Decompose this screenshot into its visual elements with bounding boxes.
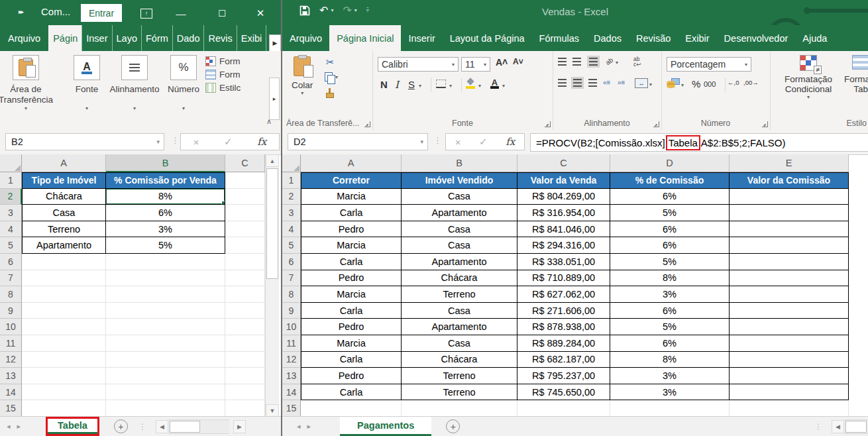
- conditional-formatting-button[interactable]: ≠ Formatação Condicional▾: [785, 55, 832, 100]
- cell-C15[interactable]: [225, 400, 265, 417]
- cell-C15[interactable]: [517, 400, 610, 417]
- row-header-2[interactable]: 2: [0, 189, 22, 205]
- align-top-icon[interactable]: [558, 58, 567, 66]
- cell-C5[interactable]: R$ 294.316,00: [517, 237, 610, 254]
- cell-A9[interactable]: [22, 303, 106, 319]
- ribbon-display-options-button[interactable]: ↑: [136, 5, 156, 21]
- chevron-down-icon[interactable]: ▾: [419, 83, 421, 89]
- cell-E6[interactable]: [730, 254, 849, 270]
- align-right-icon[interactable]: [588, 79, 597, 87]
- cell-E2[interactable]: [730, 189, 849, 205]
- insert-function-icon[interactable]: fx: [257, 136, 266, 148]
- new-sheet-button[interactable]: +: [446, 419, 460, 433]
- customize-quick-access-icon[interactable]: ▿̄: [366, 7, 369, 13]
- menu-tab-arquivo[interactable]: Arquivo: [0, 25, 48, 51]
- cell-C9[interactable]: R$ 271.606,00: [517, 303, 610, 319]
- comma-style-button[interactable]: 000: [704, 80, 716, 88]
- row-header-13[interactable]: 13: [0, 368, 22, 384]
- cell-A10[interactable]: [22, 319, 106, 335]
- cell-C10[interactable]: [225, 319, 265, 335]
- cell-C2[interactable]: R$ 804.269,00: [517, 189, 610, 205]
- cell-B12[interactable]: Chácara: [402, 352, 517, 368]
- cell-E9[interactable]: [730, 303, 849, 319]
- paste-button[interactable]: Colar ▾: [292, 56, 313, 96]
- cell-D7[interactable]: 8%: [610, 270, 730, 287]
- cell-D15[interactable]: [610, 400, 730, 417]
- new-sheet-button[interactable]: +: [114, 419, 128, 433]
- row-header-5[interactable]: 5: [282, 237, 301, 254]
- cell-C12[interactable]: [225, 352, 265, 368]
- menu-tab-dados[interactable]: Dados: [586, 25, 629, 51]
- align-left-icon[interactable]: [558, 79, 567, 87]
- increase-decimal-icon[interactable]: ←,0: [728, 79, 739, 86]
- formula-bar-handle[interactable]: ⋮: [433, 135, 442, 145]
- cell-B4[interactable]: 3%: [106, 221, 225, 238]
- cell-B11[interactable]: [106, 335, 225, 352]
- cell-B3[interactable]: 6%: [106, 205, 225, 221]
- cell-B1[interactable]: Imóvel Vendido: [402, 172, 517, 189]
- insert-function-icon[interactable]: fx: [506, 136, 515, 148]
- ribbon-tab-scroll-right[interactable]: ▶: [269, 34, 281, 52]
- hscroll-track[interactable]: [844, 419, 868, 434]
- row-header-6[interactable]: 6: [282, 254, 301, 270]
- cell-A11[interactable]: [22, 335, 106, 352]
- cell-D6[interactable]: 5%: [610, 254, 730, 270]
- format-as-table-button[interactable]: Form: [205, 70, 241, 80]
- row-header-2[interactable]: 2: [282, 189, 301, 205]
- bold-button[interactable]: N: [380, 79, 388, 90]
- horizontal-scrollbar[interactable]: ◀: [832, 420, 868, 433]
- chevron-down-icon[interactable]: ▾: [478, 83, 481, 89]
- cell-B3[interactable]: Apartamento: [402, 205, 517, 221]
- cell-E15[interactable]: [730, 400, 849, 417]
- cell-E3[interactable]: [730, 205, 849, 221]
- cell-B8[interactable]: [106, 286, 225, 303]
- chevron-down-icon[interactable]: ▾: [649, 82, 652, 87]
- enter-icon[interactable]: ✓: [479, 136, 488, 148]
- cell-E7[interactable]: [730, 270, 849, 287]
- cell-B6[interactable]: Apartamento: [402, 254, 517, 270]
- cell-A1[interactable]: Tipo de Imóvel: [22, 172, 106, 189]
- cell-B2[interactable]: 8%: [106, 189, 225, 205]
- cell-D14[interactable]: 3%: [610, 384, 730, 401]
- cell-E11[interactable]: [730, 335, 849, 352]
- chevron-down-icon[interactable]: ▾: [681, 82, 684, 88]
- chevron-down-icon[interactable]: ▾: [354, 7, 357, 13]
- minimize-button[interactable]: —: [171, 5, 191, 21]
- wrap-text-icon[interactable]: abc↩: [633, 56, 641, 67]
- enter-icon[interactable]: ✓: [224, 136, 233, 148]
- cell-C6[interactable]: R$ 338.051,00: [517, 254, 610, 270]
- column-header-b[interactable]: B: [402, 154, 517, 172]
- row-header-11[interactable]: 11: [282, 335, 301, 352]
- cell-B4[interactable]: Casa: [402, 221, 517, 238]
- accounting-format-button[interactable]: [667, 78, 680, 89]
- cell-C6[interactable]: [225, 254, 265, 270]
- row-header-15[interactable]: 15: [0, 400, 22, 417]
- cell-styles-button[interactable]: Estilc: [205, 83, 241, 93]
- maximize-button[interactable]: ☐: [212, 5, 232, 21]
- row-header-10[interactable]: 10: [282, 319, 301, 335]
- cell-A2[interactable]: Marcia: [301, 189, 402, 205]
- cell-B2[interactable]: Casa: [402, 189, 517, 205]
- column-header-e[interactable]: E: [730, 154, 849, 172]
- increase-font-size-icon[interactable]: A˄: [496, 57, 508, 68]
- cell-B10[interactable]: Apartamento: [402, 319, 517, 335]
- scroll-left-icon[interactable]: ◀: [832, 420, 844, 433]
- cell-A7[interactable]: [22, 270, 106, 287]
- orientation-icon[interactable]: ab: [604, 56, 614, 66]
- cancel-icon[interactable]: ×: [193, 136, 199, 148]
- cell-C14[interactable]: R$ 745.650,00: [517, 384, 610, 401]
- underline-button[interactable]: S: [408, 79, 415, 90]
- collapse-ribbon-icon[interactable]: ∧: [266, 117, 272, 126]
- cell-B15[interactable]: [106, 400, 225, 417]
- cell-A12[interactable]: Carla: [301, 352, 402, 368]
- row-header-4[interactable]: 4: [282, 221, 301, 238]
- row-header-15[interactable]: 15: [282, 400, 301, 417]
- hscroll-thumb[interactable]: [845, 421, 867, 433]
- row-header-14[interactable]: 14: [282, 384, 301, 401]
- formula-bar-handle[interactable]: ⋮: [171, 135, 180, 145]
- number-group-button[interactable]: % Número ▾: [154, 55, 213, 111]
- decrease-indent-icon[interactable]: «≡: [603, 79, 610, 86]
- cell-D2[interactable]: 6%: [610, 189, 730, 205]
- cell-B15[interactable]: [402, 400, 517, 417]
- scroll-down-icon[interactable]: ▼: [266, 404, 279, 417]
